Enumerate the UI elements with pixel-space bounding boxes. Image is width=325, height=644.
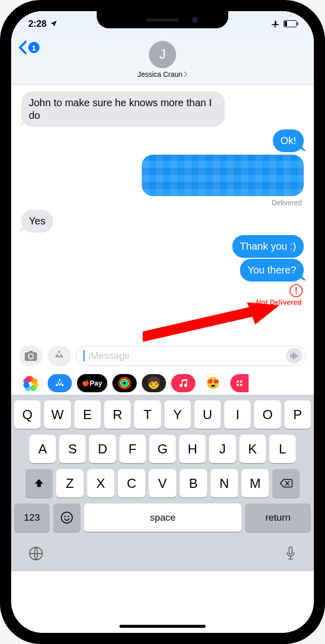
svg-point-7 (68, 516, 69, 517)
key-q[interactable]: Q (14, 400, 40, 429)
activity-rings-icon (118, 377, 131, 390)
status-time: 2:28 (28, 19, 47, 29)
emoji-icon (60, 511, 73, 524)
contact-info[interactable]: J Jessica Craun (138, 41, 188, 78)
globe-button[interactable] (28, 546, 44, 563)
key-s[interactable]: S (59, 435, 86, 463)
app-activity[interactable] (112, 374, 137, 392)
key-e[interactable]: E (74, 400, 101, 429)
battery-icon (283, 20, 297, 27)
key-i[interactable]: I (224, 400, 251, 429)
message-in[interactable]: John to make sure he knows more than I d… (21, 91, 225, 127)
key-j[interactable]: J (209, 435, 235, 463)
keyboard-bottom-bar (14, 538, 311, 567)
key-shift[interactable] (25, 469, 53, 497)
shift-icon (33, 478, 45, 489)
location-icon (50, 20, 58, 28)
voice-message-button[interactable] (286, 348, 302, 364)
key-m[interactable]: M (241, 469, 269, 497)
keyboard-row-2: A S D F G H J K L (14, 435, 311, 463)
key-numbers[interactable]: 123 (14, 503, 50, 532)
music-note-icon (179, 379, 188, 388)
message-out[interactable]: You there? (240, 259, 304, 282)
svg-rect-9 (289, 547, 292, 554)
message-in[interactable]: Yes (21, 210, 53, 233)
key-t[interactable]: T (134, 400, 160, 429)
app-store-icon (54, 378, 65, 389)
key-a[interactable]: A (29, 435, 56, 463)
message-input[interactable]: iMessage (76, 346, 306, 366)
apple-pay-label: Pay (90, 379, 102, 387)
app-animoji[interactable]: 😍 (200, 374, 225, 392)
app-more[interactable] (230, 374, 249, 392)
key-o[interactable]: O (254, 400, 280, 429)
error-exclamation-icon[interactable]: ! (290, 284, 303, 297)
key-d[interactable]: D (89, 435, 115, 463)
annotation-arrow (143, 302, 279, 342)
app-memoji[interactable]: 🧒 (142, 374, 166, 392)
key-k[interactable]: K (239, 435, 266, 463)
back-button[interactable]: 1 (18, 40, 39, 55)
contact-name-label: Jessica Craun (138, 70, 183, 78)
message-out[interactable]: Ok! (273, 129, 304, 152)
microphone-icon (285, 546, 297, 561)
app-music[interactable] (171, 374, 195, 392)
backspace-icon (279, 478, 293, 488)
keyboard-row-3: Z X C V B N M (14, 469, 311, 497)
globe-icon (28, 546, 44, 561)
app-app-store[interactable] (48, 374, 72, 392)
key-backspace[interactable] (272, 469, 300, 497)
message-placeholder: iMessage (89, 350, 130, 361)
key-n[interactable]: N (211, 469, 238, 497)
app-strip[interactable]: 🍎Pay 🧒 😍 (11, 371, 314, 395)
key-x[interactable]: X (87, 469, 114, 497)
keyboard[interactable]: Q W E R T Y U I O P A S D F G H J K L (11, 395, 314, 571)
app-apple-pay[interactable]: 🍎Pay (77, 374, 107, 392)
compose-bar: iMessage (11, 342, 314, 371)
keyboard-row-1: Q W E R T Y U I O P (14, 400, 311, 429)
key-z[interactable]: Z (56, 469, 84, 497)
dictation-button[interactable] (285, 546, 297, 563)
delivery-status-error: Not Delivered (21, 298, 302, 306)
text-caret (84, 350, 85, 361)
key-b[interactable]: B (180, 469, 207, 497)
chevron-left-icon (18, 40, 27, 55)
key-r[interactable]: R (104, 400, 131, 429)
app-photos[interactable] (18, 374, 43, 392)
key-v[interactable]: V (149, 469, 176, 497)
key-l[interactable]: L (269, 435, 296, 463)
avatar: J (149, 41, 176, 68)
key-emoji[interactable] (53, 503, 80, 532)
keyboard-row-4: 123 space return (14, 503, 311, 532)
app-store-button[interactable] (48, 346, 71, 366)
key-return[interactable]: return (245, 503, 311, 532)
airplane-mode-icon (271, 19, 280, 28)
svg-point-5 (61, 512, 72, 523)
message-out[interactable]: Thank you :) (232, 235, 304, 258)
photos-icon (24, 377, 36, 389)
grid-icon (235, 379, 243, 387)
key-u[interactable]: U (194, 400, 221, 429)
key-w[interactable]: W (44, 400, 70, 429)
svg-line-0 (143, 311, 253, 337)
camera-button[interactable] (19, 346, 43, 366)
svg-point-6 (64, 516, 66, 517)
conversation-scroll[interactable]: John to make sure he knows more than I d… (11, 85, 314, 342)
key-space[interactable]: space (84, 503, 241, 532)
unread-badge: 1 (28, 42, 39, 53)
chevron-right-icon (183, 71, 187, 77)
message-out-redacted[interactable] (142, 155, 304, 196)
key-c[interactable]: C (118, 469, 145, 497)
home-indicator[interactable] (119, 625, 206, 628)
key-g[interactable]: G (149, 435, 176, 463)
key-p[interactable]: P (285, 400, 311, 429)
delivery-status: Delivered (21, 199, 302, 207)
key-h[interactable]: H (179, 435, 206, 463)
animoji-icon: 😍 (206, 377, 220, 390)
memoji-icon: 🧒 (147, 377, 160, 390)
conversation-header: 1 J Jessica Craun (11, 36, 314, 85)
key-y[interactable]: Y (165, 400, 191, 429)
svg-point-4 (123, 381, 127, 385)
key-f[interactable]: F (119, 435, 146, 463)
